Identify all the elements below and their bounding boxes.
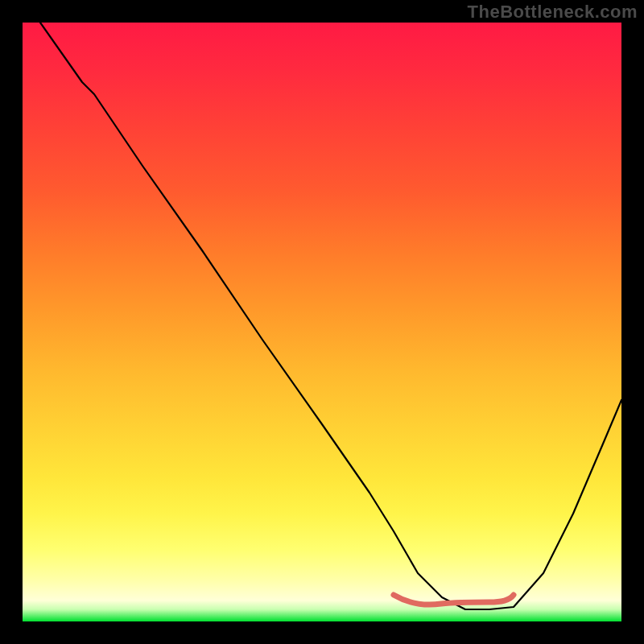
watermark-text: TheBottleneck.com — [468, 2, 638, 23]
chart-frame: TheBottleneck.com — [0, 0, 644, 644]
plot-area — [23, 23, 621, 621]
bottleneck-curve — [40, 23, 621, 609]
curve-layer — [23, 23, 621, 621]
valley-marker — [394, 595, 514, 605]
